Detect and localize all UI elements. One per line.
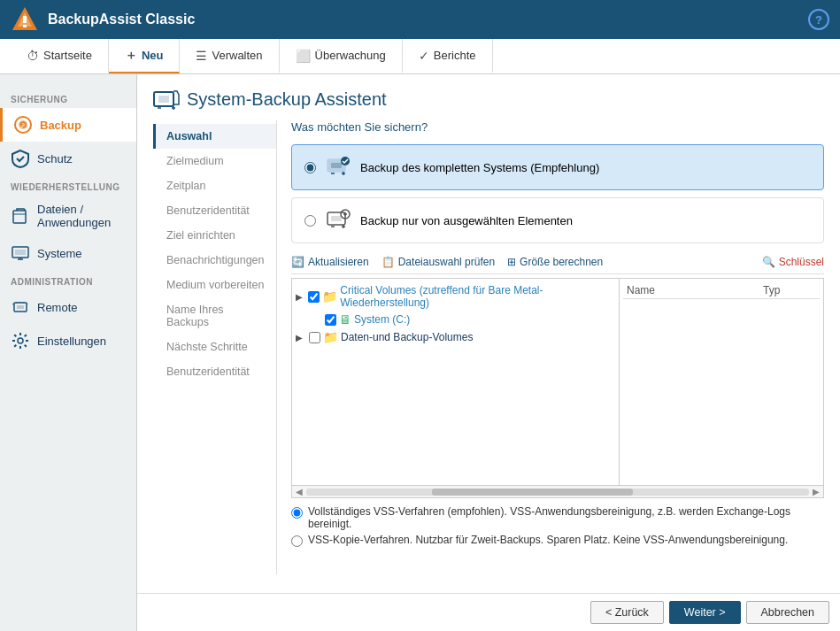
horizontal-scrollbar[interactable]: ◀ ▶ <box>291 486 824 498</box>
svg-point-12 <box>18 338 23 343</box>
radio-vss-vollstaendig[interactable] <box>291 507 303 519</box>
checkbox-system-c[interactable] <box>325 314 336 326</box>
option-komplett-label: Backup des kompletten Systems (Empfehlun… <box>360 161 599 174</box>
tree-and-table: ▶ 📁 Critical Volumes (zutreffend für Bar… <box>291 278 824 486</box>
remote-label: Remote <box>37 301 78 314</box>
expand-icon: ▶ <box>296 292 305 302</box>
scroll-right-arrow[interactable]: ▶ <box>813 487 820 496</box>
help-button[interactable]: ? <box>808 9 829 30</box>
page-title: System-Backup Assistent <box>187 89 387 110</box>
aktualisieren-label: Aktualisieren <box>308 256 369 268</box>
dateiauswahl-button[interactable]: 📋 Dateiauswahl prüfen <box>381 256 495 268</box>
gear-icon <box>11 331 30 350</box>
scrollbar-track[interactable] <box>306 489 809 496</box>
sidebar-item-systeme[interactable]: Systeme <box>0 236 136 270</box>
wizard-nav-ziel-einrichten[interactable]: Ziel einrichten <box>153 223 276 248</box>
daten-label: Daten-und Backup-Volumes <box>341 331 473 343</box>
option-komplett[interactable]: Backup des kompletten Systems (Empfehlun… <box>291 144 824 190</box>
radio-vss-kopie[interactable] <box>291 535 303 547</box>
folder-icon: 📁 <box>322 289 337 304</box>
wizard-nav-naechste-schritte[interactable]: Nächste Schritte <box>153 335 276 359</box>
svg-rect-19 <box>331 216 342 221</box>
radio-ausgewaehlt[interactable] <box>304 215 316 227</box>
tab-ueberwachung-label: Überwachung <box>315 49 386 62</box>
tab-neu[interactable]: ＋ Neu <box>109 39 181 73</box>
app-title: BackupAssist Classic <box>48 12 195 27</box>
wizard-nav-medium-vorbereiten[interactable]: Medium vorbereiten <box>153 273 276 297</box>
wizard-question: Was möchten Sie sichern? <box>291 120 824 134</box>
abbrechen-button[interactable]: Abbrechen <box>746 601 829 624</box>
svg-rect-11 <box>17 305 24 309</box>
col-name-header: Name <box>627 284 763 296</box>
shield-icon <box>11 149 30 168</box>
section-wiederherstellung: WIEDERHERSTELLUNG <box>0 175 136 196</box>
system-c-label: System (C:) <box>354 313 410 326</box>
tab-startseite-label: Startseite <box>43 49 92 62</box>
groesse-button[interactable]: ⊞ Größe berechnen <box>507 256 603 268</box>
wizard-nav-zielmedium[interactable]: Zielmedium <box>153 149 276 173</box>
tab-ueberwachung[interactable]: ⬜ Überwachung <box>280 39 403 73</box>
tree-item-system-c[interactable]: 🖥 System (C:) <box>312 311 615 328</box>
vss-kopie-label: VSS-Kopie-Verfahren. Nutzbar für Zweit-B… <box>308 534 788 546</box>
list-icon: ☰ <box>196 49 207 63</box>
vss-option-kopie[interactable]: VSS-Kopie-Verfahren. Nutzbar für Zweit-B… <box>291 534 824 547</box>
wizard-nav-auswahl[interactable]: Auswahl <box>153 124 276 149</box>
remote-icon <box>11 297 30 317</box>
wizard-content: Was möchten Sie sichern? Backup des k <box>277 120 824 574</box>
scroll-left-arrow[interactable]: ◀ <box>296 487 303 496</box>
radio-komplett[interactable] <box>304 162 316 173</box>
main-layout: SICHERUNG Backup Schutz WIEDERH <box>0 74 840 631</box>
schutz-label: Schutz <box>37 152 73 165</box>
table-header: Name Typ <box>623 282 820 299</box>
title-bold: Classic <box>145 12 195 27</box>
key-icon: 🔍 <box>762 256 775 268</box>
checkbox-daten[interactable] <box>309 332 320 343</box>
tab-verwalten-label: Verwalten <box>212 49 262 62</box>
checkmark-icon: ✓ <box>419 49 429 63</box>
tree-item-critical[interactable]: ▶ 📁 Critical Volumes (zutreffend für Bar… <box>296 282 615 311</box>
tab-berichte[interactable]: ✓ Berichte <box>403 39 493 73</box>
zurueck-button[interactable]: < Zurück <box>590 601 664 624</box>
groesse-label: Größe berechnen <box>520 256 603 268</box>
calc-icon: ⊞ <box>507 256 516 268</box>
app-header: BackupAssist Classic ? <box>0 0 840 39</box>
tab-berichte-label: Berichte <box>434 49 476 62</box>
tree-item-daten[interactable]: ▶ 📁 Daten-und Backup-Volumes <box>296 328 615 346</box>
bottom-bar: < Zurück Weiter > Abbrechen <box>137 593 840 631</box>
app-logo <box>11 5 39 34</box>
vss-option-vollstaendig[interactable]: Vollständiges VSS-Verfahren (empfohlen).… <box>291 505 824 530</box>
aktualisieren-button[interactable]: 🔄 Aktualisieren <box>291 256 369 268</box>
sidebar-item-dateien[interactable]: Dateien / Anwendungen <box>0 196 136 236</box>
scrollbar-thumb[interactable] <box>432 489 633 496</box>
backup-icon <box>13 115 33 135</box>
tree-toolbar: 🔄 Aktualisieren 📋 Dateiauswahl prüfen ⊞ … <box>291 250 824 274</box>
critical-label: Critical Volumes (zutreffend für Bare Me… <box>340 284 615 309</box>
dateiauswahl-label: Dateiauswahl prüfen <box>398 256 495 268</box>
tab-startseite[interactable]: ⏱ Startseite <box>11 39 109 73</box>
plus-icon: ＋ <box>125 48 137 64</box>
option-ausgewaehlt[interactable]: Backup nur von ausgewählten Elementen <box>291 197 824 243</box>
wizard-nav-zeitplan[interactable]: Zeitplan <box>153 173 276 198</box>
vss-vollstaendig-label: Vollständiges VSS-Verfahren (empfohlen).… <box>308 505 824 530</box>
sidebar-item-einstellungen[interactable]: Einstellungen <box>0 324 136 358</box>
einstellungen-label: Einstellungen <box>37 335 106 348</box>
header-left: BackupAssist Classic <box>11 5 195 34</box>
page-title-row: System-Backup Assistent <box>153 88 824 110</box>
partial-icon <box>325 207 351 234</box>
daten-folder-icon: 📁 <box>323 330 338 344</box>
wizard-nav-name-backups[interactable]: Name Ihres Backups <box>153 297 276 335</box>
wizard-nav-benachrichtigungen[interactable]: Benachrichtigungen <box>153 248 276 273</box>
option-ausgewaehlt-label: Backup nur von ausgewählten Elementen <box>360 214 573 227</box>
tab-verwalten[interactable]: ☰ Verwalten <box>180 39 279 73</box>
weiter-button[interactable]: Weiter > <box>669 601 741 624</box>
sidebar-item-remote[interactable]: Remote <box>0 290 136 324</box>
schluessel-button[interactable]: 🔍 Schlüssel <box>762 256 824 268</box>
wizard-nav-benutzeridentitaet2[interactable]: Benutzeridentität <box>153 359 276 384</box>
system-icon <box>325 154 351 181</box>
tree-panel: ▶ 📁 Critical Volumes (zutreffend für Bar… <box>292 279 620 485</box>
sidebar-item-schutz[interactable]: Schutz <box>0 142 136 175</box>
sidebar-item-backup[interactable]: Backup <box>0 108 136 142</box>
checkbox-critical[interactable] <box>308 291 320 303</box>
svg-rect-14 <box>158 96 169 103</box>
wizard-nav-benutzeridentitaet1[interactable]: Benutzeridentität <box>153 198 276 223</box>
